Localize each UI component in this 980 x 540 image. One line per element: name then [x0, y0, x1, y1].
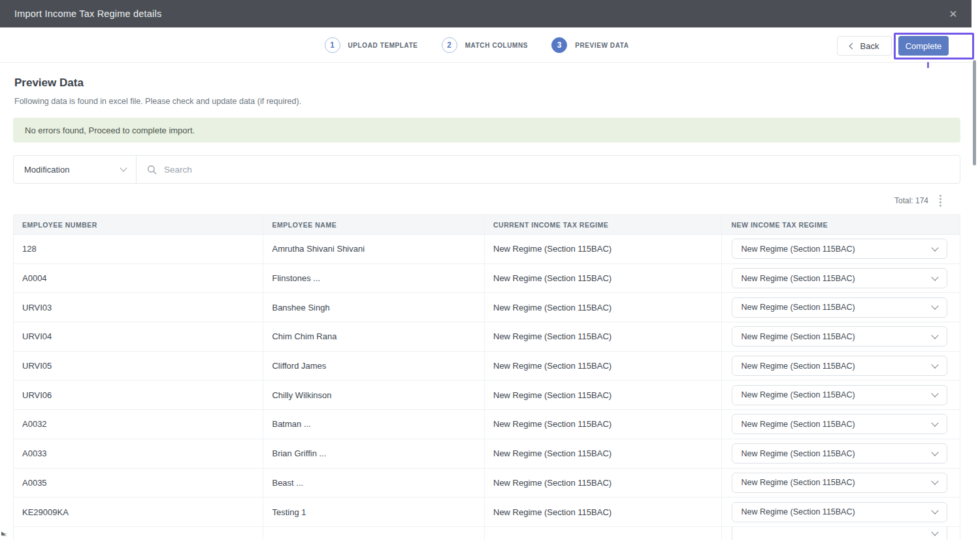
chevron-down-icon — [931, 331, 938, 339]
employee-name-cell: Beast ... — [263, 469, 485, 498]
new-regime-select[interactable]: New Regime (Section 115BAC) — [732, 356, 947, 376]
import-modal: Import Income Tax Regime details × 1 UPL… — [0, 0, 980, 540]
new-regime-cell: New Regime (Section 115BAC) — [722, 380, 960, 409]
new-regime-cell: New Regime (Section 115BAC) — [722, 322, 960, 351]
employee-number-cell: A0004 — [14, 264, 263, 293]
chevron-left-icon — [849, 43, 855, 50]
step-preview-data: 3 PREVIEW DATA — [551, 37, 629, 53]
table-row-partial — [14, 527, 960, 540]
vertical-scrollbar[interactable] — [973, 60, 976, 165]
new-regime-select[interactable] — [732, 527, 947, 540]
current-regime-cell: New Regime (Section 115BAC) — [485, 439, 722, 468]
current-regime-cell: New Regime (Section 115BAC) — [485, 235, 722, 263]
cursor-artifact — [1, 532, 7, 536]
employee-name-cell: Testing 1 — [263, 498, 485, 526]
chevron-down-icon — [931, 529, 938, 536]
step-match-columns: 2 MATCH COLUMNS — [442, 37, 529, 53]
employee-name-cell: Batman ... — [263, 410, 485, 439]
table-row: URVI03 Banshee Singh New Regime (Section… — [14, 293, 960, 322]
new-regime-cell — [722, 527, 960, 540]
step-1-circle: 1 — [324, 37, 340, 53]
employee-name-cell: Chilly Wilkinson — [263, 380, 485, 409]
new-regime-select[interactable]: New Regime (Section 115BAC) — [732, 239, 947, 259]
table-row: URVI04 Chim Chim Rana New Regime (Sectio… — [14, 322, 960, 352]
current-regime-cell: New Regime (Section 115BAC) — [485, 352, 722, 380]
new-regime-select[interactable]: New Regime (Section 115BAC) — [732, 473, 947, 493]
filter-selected-value: Modification — [24, 165, 69, 175]
new-regime-select[interactable]: New Regime (Section 115BAC) — [732, 297, 947, 318]
new-regime-cell: New Regime (Section 115BAC) — [722, 469, 960, 498]
employee-name-cell: Brian Griffin ... — [263, 439, 485, 468]
new-regime-select[interactable]: New Regime (Section 115BAC) — [732, 326, 947, 346]
wizard-stepper: 1 UPLOAD TEMPLATE 2 MATCH COLUMNS 3 PREV… — [324, 27, 629, 63]
success-banner: No errors found, Proceed to complete imp… — [13, 118, 960, 143]
modal-title: Import Income Tax Regime details — [0, 8, 161, 19]
modal-titlebar: Import Income Tax Regime details × — [0, 0, 972, 27]
table-body: 128 Amrutha Shivani Shivani New Regime (… — [14, 235, 960, 527]
chevron-down-icon — [931, 361, 938, 368]
step-2-circle: 2 — [442, 37, 457, 53]
new-regime-cell: New Regime (Section 115BAC) — [722, 264, 960, 293]
employee-number-cell: A0032 — [14, 410, 263, 439]
col-employee-number: EMPLOYEE NUMBER — [14, 215, 263, 234]
new-regime-cell: New Regime (Section 115BAC) — [722, 293, 960, 322]
table-row: A0035 Beast ... New Regime (Section 115B… — [14, 469, 960, 498]
close-icon[interactable]: × — [949, 0, 957, 27]
current-regime-cell: New Regime (Section 115BAC) — [485, 469, 722, 498]
modification-filter-dropdown[interactable]: Modification — [14, 156, 136, 183]
chevron-down-icon — [931, 390, 938, 397]
complete-button[interactable]: Complete — [898, 36, 949, 56]
col-new-regime: NEW INCOME TAX REGIME — [722, 215, 960, 234]
new-regime-cell: New Regime (Section 115BAC) — [722, 439, 960, 468]
current-regime-cell: New Regime (Section 115BAC) — [485, 498, 722, 526]
search-input[interactable] — [164, 165, 960, 175]
step-3-circle: 3 — [551, 37, 567, 53]
table-row: A0033 Brian Griffin ... New Regime (Sect… — [14, 439, 960, 469]
employee-name-cell: Amrutha Shivani Shivani — [263, 235, 485, 263]
chevron-down-icon — [931, 419, 938, 426]
search-icon — [147, 165, 157, 175]
kebab-menu-icon[interactable] — [938, 194, 943, 208]
page-subtitle: Following data is found in excel file. P… — [14, 97, 301, 106]
employee-name-cell: Clifford James — [263, 352, 485, 380]
current-regime-cell: New Regime (Section 115BAC) — [485, 322, 722, 351]
table-header: EMPLOYEE NUMBER EMPLOYEE NAME CURRENT IN… — [14, 215, 960, 235]
chevron-down-icon — [931, 303, 938, 310]
table-row: URVI05 Clifford James New Regime (Sectio… — [14, 352, 960, 381]
page-title: Preview Data — [14, 76, 84, 90]
chevron-down-icon — [931, 448, 938, 456]
employee-number-cell — [14, 527, 263, 540]
new-regime-select[interactable]: New Regime (Section 115BAC) — [732, 502, 947, 522]
step-3-label: PREVIEW DATA — [575, 42, 629, 49]
chevron-down-icon — [931, 244, 938, 251]
total-bar: Total: 174 — [894, 194, 943, 208]
employee-name-cell — [263, 527, 485, 540]
back-button-label: Back — [860, 41, 879, 51]
step-upload-template: 1 UPLOAD TEMPLATE — [324, 37, 417, 53]
chevron-down-icon — [931, 478, 938, 485]
col-employee-name: EMPLOYEE NAME — [263, 215, 485, 234]
new-regime-cell: New Regime (Section 115BAC) — [722, 352, 960, 380]
search-box — [137, 156, 960, 183]
new-regime-select[interactable]: New Regime (Section 115BAC) — [732, 414, 947, 434]
annotation-caret-mark — [927, 62, 929, 68]
total-count: Total: 174 — [894, 196, 928, 205]
wizard-toolbar: 1 UPLOAD TEMPLATE 2 MATCH COLUMNS 3 PREV… — [0, 27, 972, 63]
employee-number-cell: URVI04 — [14, 322, 263, 351]
employee-number-cell: URVI06 — [14, 380, 263, 409]
new-regime-select[interactable]: New Regime (Section 115BAC) — [732, 385, 947, 405]
current-regime-cell: New Regime (Section 115BAC) — [485, 410, 722, 439]
table-row: A0004 Flinstones ... New Regime (Section… — [14, 264, 960, 294]
chevron-down-icon — [931, 273, 938, 280]
table-row: 128 Amrutha Shivani Shivani New Regime (… — [14, 235, 960, 264]
back-button[interactable]: Back — [837, 36, 892, 56]
employee-number-cell: A0035 — [14, 469, 263, 498]
employee-name-cell: Banshee Singh — [263, 293, 485, 322]
chevron-down-icon — [120, 164, 127, 171]
new-regime-cell: New Regime (Section 115BAC) — [722, 498, 960, 526]
new-regime-select[interactable]: New Regime (Section 115BAC) — [732, 443, 947, 464]
employee-number-cell: 128 — [14, 235, 263, 263]
chevron-down-icon — [931, 507, 938, 514]
employee-name-cell: Chim Chim Rana — [263, 322, 485, 351]
new-regime-select[interactable]: New Regime (Section 115BAC) — [732, 268, 947, 288]
